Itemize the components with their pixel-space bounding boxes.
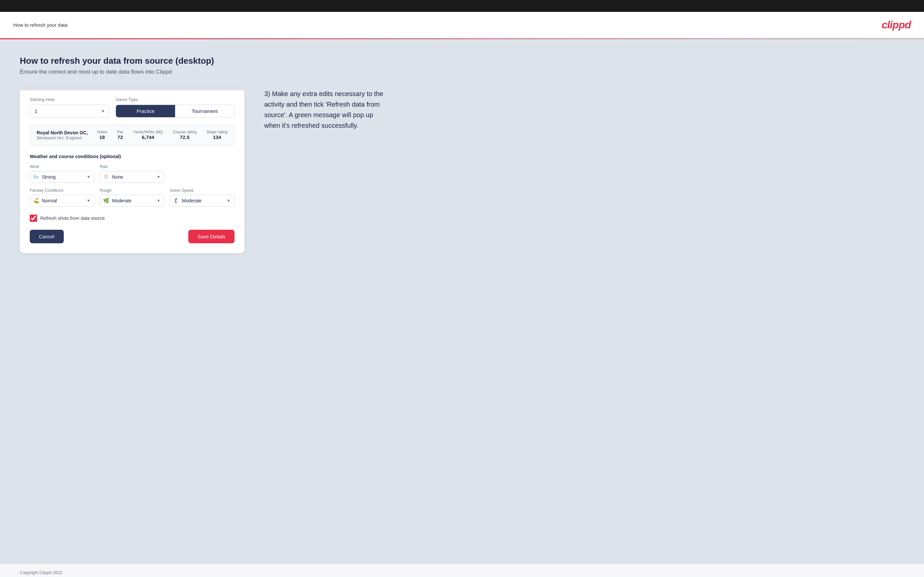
holes-label: Holes (97, 130, 107, 134)
wind-wrapper: 🌬️ Strong ▼ (30, 171, 94, 183)
form-card: Starting Hole 1 ▼ Game Type Practice Tou… (20, 89, 244, 253)
header: How to refresh your data clippd (0, 12, 924, 38)
practice-button[interactable]: Practice (116, 105, 175, 117)
rough-group: Rough 🌿 Moderate ▼ (100, 188, 165, 206)
course-location: Westward Ho!, England (37, 135, 97, 140)
fairway-wrapper: ⛳ Normal ▼ (30, 195, 94, 206)
refresh-checkbox[interactable] (30, 214, 37, 222)
conditions-title: Weather and course conditions (optional) (30, 154, 234, 159)
rain-select[interactable]: None (100, 171, 165, 183)
tournament-button[interactable]: Tournament (175, 105, 234, 117)
page-heading: How to refresh your data from source (de… (20, 56, 904, 66)
refresh-checkbox-label: Refresh shots from data source (40, 216, 105, 221)
save-details-button[interactable]: Save Details (188, 230, 234, 243)
slope-rating-label: Slope rating (207, 130, 228, 134)
course-rating-stat: Course rating 72.5 (173, 130, 197, 140)
par-value: 72 (117, 134, 123, 140)
footer: Copyright Clippd 2022 (0, 564, 924, 577)
course-name: Royal North Devon GC, (37, 130, 97, 135)
green-speed-select[interactable]: Moderate (170, 195, 234, 206)
top-bar (0, 0, 924, 12)
fairway-label: Fairway Conditions (30, 188, 94, 193)
slope-rating-value: 134 (213, 134, 221, 140)
starting-hole-wrapper: 1 ▼ (30, 105, 109, 118)
logo: clippd (882, 19, 911, 31)
game-type-group: Game Type Practice Tournament (116, 97, 234, 118)
rough-label: Rough (100, 188, 165, 193)
wind-rain-row: Wind 🌬️ Strong ▼ Rain 🌦️ None (30, 164, 234, 183)
refresh-checkbox-row: Refresh shots from data source (30, 214, 234, 222)
par-stat: Par 72 (117, 130, 123, 140)
course-row: Royal North Devon GC, Westward Ho!, Engl… (30, 124, 234, 146)
rain-wrapper: 🌦️ None ▼ (100, 171, 165, 183)
yards-value: 6,744 (142, 134, 154, 140)
card-footer: Cancel Save Details (30, 230, 234, 243)
fairway-select[interactable]: Normal (30, 195, 94, 206)
main-content: How to refresh your data from source (de… (0, 39, 924, 564)
rough-select[interactable]: Moderate (100, 195, 165, 206)
starting-hole-label: Starting Hole (30, 97, 109, 102)
page-subheading: Ensure the correct and most up to date d… (20, 69, 904, 75)
wind-label: Wind (30, 164, 94, 169)
green-speed-label: Green Speed (170, 188, 234, 193)
game-type-label: Game Type (116, 97, 234, 102)
course-rating-value: 72.5 (180, 134, 189, 140)
starting-hole-group: Starting Hole 1 ▼ (30, 97, 109, 118)
wind-group: Wind 🌬️ Strong ▼ (30, 164, 94, 183)
side-note-text: 3) Make any extra edits necessary to the… (264, 89, 390, 131)
course-stats: Holes 18 Par 72 Yards/White (M)) 6,744 C… (97, 130, 228, 140)
cancel-button[interactable]: Cancel (30, 230, 64, 243)
rain-group: Rain 🌦️ None ▼ (100, 164, 165, 183)
card-top-strip (20, 89, 244, 90)
holes-value: 18 (99, 134, 105, 140)
course-info: Royal North Devon GC, Westward Ho!, Engl… (37, 130, 97, 140)
starting-hole-game-type-row: Starting Hole 1 ▼ Game Type Practice Tou… (30, 97, 234, 118)
side-note: 3) Make any extra edits necessary to the… (264, 89, 390, 131)
rain-label: Rain (100, 164, 165, 169)
yards-stat: Yards/White (M)) 6,744 (133, 130, 163, 140)
footer-copyright: Copyright Clippd 2022 (20, 570, 63, 575)
slope-rating-stat: Slope rating 134 (207, 130, 228, 140)
fairway-rough-green-row: Fairway Conditions ⛳ Normal ▼ Rough 🌿 (30, 188, 234, 206)
header-title: How to refresh your data (13, 22, 68, 28)
course-rating-label: Course rating (173, 130, 197, 134)
game-type-toggle: Practice Tournament (116, 105, 234, 118)
wind-select[interactable]: Strong (30, 171, 94, 183)
green-speed-wrapper: 🏌️ Moderate ▼ (170, 195, 234, 206)
content-layout: Starting Hole 1 ▼ Game Type Practice Tou… (20, 89, 904, 253)
holes-stat: Holes 18 (97, 130, 107, 140)
rough-wrapper: 🌿 Moderate ▼ (100, 195, 165, 206)
starting-hole-select[interactable]: 1 (30, 105, 109, 118)
green-speed-group: Green Speed 🏌️ Moderate ▼ (170, 188, 234, 206)
par-label: Par (117, 130, 123, 134)
fairway-group: Fairway Conditions ⛳ Normal ▼ (30, 188, 94, 206)
yards-label: Yards/White (M)) (133, 130, 163, 134)
